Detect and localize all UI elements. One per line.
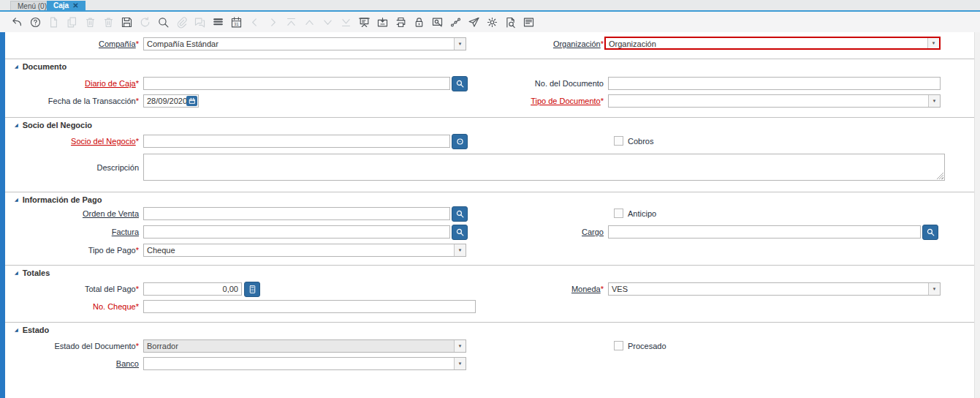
- section-totales[interactable]: ◢Totales: [15, 268, 50, 278]
- collapse-icon[interactable]: ◢: [15, 123, 18, 127]
- tipo-de-pago-combobox[interactable]: Cheque ▼: [143, 244, 466, 257]
- anticipo-label: Anticipo: [628, 209, 656, 219]
- total-del-pago-input[interactable]: 0,00: [143, 282, 242, 296]
- tab-caja[interactable]: Caja ✕: [47, 1, 86, 10]
- refresh-icon: [138, 15, 151, 29]
- grid-toggle-icon[interactable]: [211, 15, 224, 29]
- chevron-down-icon[interactable]: ▼: [454, 340, 466, 352]
- tab-bar: Menú (0) Caja ✕: [0, 0, 980, 12]
- descripcion-label: Descripción: [15, 161, 139, 174]
- toolbar: 31: [0, 12, 980, 32]
- section-socio-del-negocio[interactable]: ◢Socio del Negocio: [15, 120, 92, 130]
- section-informacion-de-pago[interactable]: ◢Información de Pago: [15, 195, 102, 205]
- banco-combobox[interactable]: ▼: [143, 357, 466, 370]
- no-del-documento-input[interactable]: [608, 77, 941, 90]
- socio-del-negocio-info-button[interactable]: [452, 134, 468, 149]
- first-record-icon: [284, 15, 297, 29]
- tipo-de-pago-value: Cheque: [144, 244, 454, 256]
- print-icon[interactable]: [394, 15, 407, 29]
- section-estado[interactable]: ◢Estado: [15, 325, 49, 335]
- cargo-search-button[interactable]: [922, 225, 938, 240]
- calendar-button[interactable]: [186, 96, 197, 106]
- procesado-checkbox[interactable]: [614, 341, 623, 350]
- chat-icon: [193, 15, 206, 29]
- no-cheque-input[interactable]: [143, 300, 476, 313]
- undo-icon[interactable]: [10, 15, 23, 29]
- chevron-down-icon[interactable]: ▼: [928, 95, 940, 107]
- lock-icon[interactable]: [412, 15, 425, 29]
- search-icon: [455, 209, 465, 219]
- collapse-icon[interactable]: ◢: [15, 198, 18, 202]
- cargo-label[interactable]: Cargo: [468, 225, 604, 239]
- compania-value: Compañía Estándar: [144, 38, 454, 50]
- organizacion-label[interactable]: Organización*: [468, 37, 604, 50]
- moneda-label[interactable]: Moneda*: [468, 282, 604, 296]
- orden-de-venta-search-button[interactable]: [452, 206, 468, 222]
- estado-del-documento-combobox[interactable]: Borrador ▼: [143, 339, 466, 353]
- section-documento[interactable]: ◢Documento: [15, 61, 67, 72]
- chevron-down-icon[interactable]: ▼: [454, 358, 466, 369]
- tipo-de-pago-label: Tipo de Pago*: [15, 244, 139, 257]
- chevron-down-icon[interactable]: ▼: [928, 283, 940, 295]
- diario-de-caja-search-button[interactable]: [452, 76, 468, 91]
- history-icon[interactable]: 31: [229, 15, 243, 29]
- banco-label[interactable]: Banco: [15, 357, 139, 370]
- cargo-input[interactable]: [608, 225, 921, 239]
- organizacion-combobox[interactable]: Organización ▼: [604, 37, 941, 50]
- diario-de-caja-input[interactable]: [143, 77, 450, 90]
- search-icon: [926, 228, 935, 237]
- orden-de-venta-input[interactable]: [143, 207, 450, 220]
- collapse-icon[interactable]: ◢: [15, 64, 18, 69]
- socio-del-negocio-label[interactable]: Socio del Negocio*: [15, 135, 139, 148]
- chevron-down-icon[interactable]: ▼: [454, 38, 466, 50]
- print-preview-icon[interactable]: [430, 15, 444, 29]
- caja-window: Menú (0) Caja ✕ 31 Compañía* Compañía Es…: [0, 0, 980, 398]
- fecha-transaccion-input[interactable]: 28/09/2020: [143, 94, 199, 108]
- window-help-icon[interactable]: [522, 15, 535, 29]
- collapse-icon[interactable]: ◢: [15, 271, 18, 275]
- detail-record-icon: [266, 15, 279, 29]
- procesado-label: Procesado: [628, 341, 666, 351]
- compania-combobox[interactable]: Compañía Estándar ▼: [143, 37, 466, 50]
- tab-menu-label: Menú (0): [18, 2, 47, 10]
- next-record-icon: [321, 15, 334, 29]
- help-icon[interactable]: [29, 15, 42, 29]
- factura-label[interactable]: Factura: [15, 225, 139, 239]
- socio-del-negocio-input[interactable]: [143, 135, 450, 148]
- descripcion-textarea[interactable]: [143, 154, 945, 181]
- section-divider: [5, 192, 974, 192]
- send-icon[interactable]: [467, 15, 480, 29]
- report-icon[interactable]: [357, 15, 371, 29]
- archive-icon[interactable]: [376, 15, 389, 29]
- save-icon[interactable]: [120, 15, 133, 29]
- close-icon[interactable]: ✕: [72, 1, 78, 10]
- factura-input[interactable]: [143, 225, 450, 239]
- tipo-de-documento-combobox[interactable]: ▼: [608, 94, 941, 108]
- new-record-icon: [47, 15, 60, 29]
- previous-record-icon: [303, 15, 316, 29]
- orden-de-venta-label[interactable]: Orden de Venta: [15, 207, 139, 220]
- chevron-down-icon[interactable]: ▼: [454, 244, 466, 256]
- attachment-icon: [175, 15, 188, 29]
- total-del-pago-calculator-button[interactable]: [244, 282, 260, 297]
- find-icon[interactable]: [156, 15, 170, 29]
- collapse-icon[interactable]: ◢: [15, 328, 18, 332]
- factura-search-button[interactable]: [452, 225, 468, 240]
- total-del-pago-label: Total del Pago*: [15, 282, 139, 296]
- last-record-icon: [339, 15, 352, 29]
- zoom-across-icon[interactable]: [504, 15, 517, 29]
- tipo-de-documento-label[interactable]: Tipo de Documento*: [468, 94, 604, 108]
- workflow-icon[interactable]: [449, 15, 462, 29]
- anticipo-checkbox[interactable]: [614, 209, 623, 218]
- compania-label[interactable]: Compañía*: [15, 37, 139, 50]
- calendar-icon: [189, 97, 196, 105]
- tipo-de-documento-value: [609, 95, 928, 107]
- chevron-down-icon[interactable]: ▼: [927, 38, 939, 48]
- moneda-combobox[interactable]: VES ▼: [608, 282, 941, 296]
- cobros-checkbox[interactable]: [614, 136, 623, 146]
- section-divider: [5, 117, 974, 118]
- process-icon[interactable]: [485, 15, 498, 29]
- diario-de-caja-label[interactable]: Diario de Caja*: [15, 77, 139, 90]
- cobros-label: Cobros: [628, 136, 653, 146]
- section-divider: [5, 322, 974, 323]
